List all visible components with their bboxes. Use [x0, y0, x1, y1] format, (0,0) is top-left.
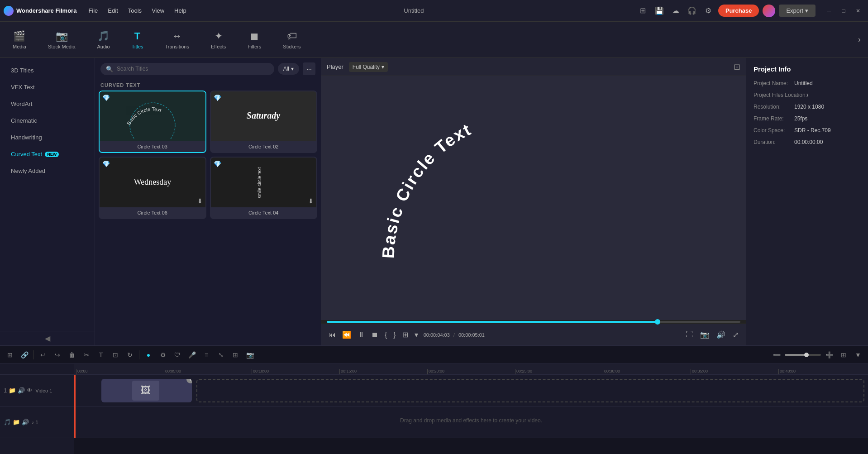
- download-icon[interactable]: ⬇: [308, 197, 314, 205]
- rotate-button[interactable]: ↻: [124, 349, 136, 361]
- audio-folder-icon[interactable]: 📁: [13, 419, 20, 425]
- add-clip-button[interactable]: +: [186, 379, 192, 383]
- tool-titles[interactable]: T Titles: [126, 28, 149, 52]
- camera-button[interactable]: 📷: [243, 349, 256, 361]
- tool-audio[interactable]: 🎵 Audio: [92, 28, 115, 52]
- menu-file[interactable]: File: [84, 5, 102, 16]
- quality-select[interactable]: Full Quality ▾: [349, 62, 388, 72]
- purchase-button[interactable]: Purchase: [718, 5, 759, 17]
- grid: 💎 Basic Circle Text Circle Text 03: [99, 91, 317, 219]
- menu-help[interactable]: Help: [170, 5, 191, 16]
- layout-icon[interactable]: ⊞: [637, 5, 649, 17]
- more-tools-icon[interactable]: ›: [858, 35, 861, 44]
- expand-button[interactable]: ▼: [852, 349, 864, 361]
- menu-tools[interactable]: Tools: [124, 5, 146, 16]
- add-track-button[interactable]: ⊞: [4, 349, 16, 361]
- step-back-button[interactable]: ⏪: [340, 330, 353, 340]
- track-eye-icon[interactable]: 👁: [27, 387, 33, 394]
- volume-button[interactable]: 🔊: [715, 330, 727, 340]
- fullscreen-button[interactable]: ⛶: [684, 330, 695, 340]
- drop-zone-video[interactable]: [196, 379, 864, 402]
- shield-button[interactable]: 🛡: [171, 349, 184, 361]
- pause-button[interactable]: ⏸: [356, 330, 367, 340]
- close-button[interactable]: ✕: [852, 5, 864, 17]
- skip-back-button[interactable]: ⏮: [327, 330, 338, 340]
- track-folder-icon[interactable]: 📁: [9, 387, 16, 394]
- zoom-bar[interactable]: [785, 354, 821, 356]
- snapshot-button[interactable]: 📷: [698, 330, 711, 340]
- tool-effects[interactable]: ✦ Effects: [205, 28, 231, 52]
- green-circle-button[interactable]: ●: [142, 349, 155, 361]
- cloud-icon[interactable]: ☁: [669, 5, 682, 17]
- search-input[interactable]: [117, 66, 269, 72]
- transform-button[interactable]: ⤡: [215, 349, 227, 361]
- tool-stock[interactable]: 📷 Stock Media: [43, 28, 81, 52]
- track-volume-icon[interactable]: 🔊: [18, 387, 25, 394]
- zoom-in-button[interactable]: ➕: [823, 349, 835, 361]
- favorite-icon[interactable]: 💎: [102, 94, 110, 101]
- tool-transitions[interactable]: ↔ Transitions: [160, 28, 195, 52]
- project-files-value: /: [807, 92, 808, 98]
- snap-button[interactable]: ⊞: [229, 349, 242, 361]
- minimize-button[interactable]: ─: [823, 5, 835, 17]
- maximize-button[interactable]: □: [837, 5, 850, 17]
- download-icon[interactable]: ⬇: [197, 197, 203, 205]
- cut-button[interactable]: ✂: [80, 349, 93, 361]
- stop-button[interactable]: ⏹: [369, 330, 380, 340]
- project-name-value: Untitled: [794, 80, 813, 86]
- mark-in-button[interactable]: ⊞: [401, 330, 410, 340]
- sidebar-item-vfx-text[interactable]: VFX Text: [4, 79, 91, 95]
- undo-button[interactable]: ↩: [37, 349, 49, 361]
- gear-button[interactable]: ⚙: [157, 349, 169, 361]
- headset-icon[interactable]: 🎧: [686, 5, 698, 17]
- bracket-right-button[interactable]: }: [391, 330, 397, 340]
- menu-edit[interactable]: Edit: [103, 5, 122, 16]
- mark-out-button[interactable]: ▾: [413, 330, 420, 340]
- favorite-icon[interactable]: 💎: [102, 160, 110, 167]
- more-options-button[interactable]: ···: [303, 62, 315, 75]
- fullscreen-icon[interactable]: ⊡: [734, 62, 740, 72]
- time-current: 00:00:04:03: [424, 332, 450, 338]
- user-avatar[interactable]: [763, 5, 775, 17]
- filter-button[interactable]: All ▾: [278, 63, 299, 75]
- audio-volume-icon[interactable]: 🔊: [22, 419, 29, 425]
- tool-media[interactable]: 🎬 Media: [7, 28, 32, 52]
- bracket-left-button[interactable]: {: [383, 330, 389, 340]
- list-button[interactable]: ≡: [200, 349, 213, 361]
- favorite-icon[interactable]: 💎: [214, 160, 221, 167]
- list-item[interactable]: 💎 Saturady Circle Text 02: [210, 91, 318, 153]
- list-item[interactable]: 💎 Basic Circle Text Circle Text 03: [99, 91, 206, 153]
- crop-button[interactable]: ⊡: [109, 349, 122, 361]
- save-icon[interactable]: 💾: [653, 5, 666, 17]
- ruler-mark: 00:00: [76, 369, 164, 374]
- list-item[interactable]: 💎 Wednesday ⬇ Circle Text 06: [99, 157, 206, 219]
- zoom-out-button[interactable]: ➖: [770, 349, 783, 361]
- list-item[interactable]: 💎 smile circle text ⬇ Circle T: [210, 157, 318, 219]
- link-button[interactable]: 🔗: [18, 349, 31, 361]
- sidebar-item-handwriting[interactable]: Handwriting: [4, 129, 91, 145]
- sidebar-item-newly-added[interactable]: Newly Added: [4, 163, 91, 179]
- sidebar-item-cinematic[interactable]: Cinematic: [4, 113, 91, 129]
- grid-view-button[interactable]: ⊞: [837, 349, 850, 361]
- sidebar-collapse-button[interactable]: ◀: [0, 331, 95, 345]
- tool-stickers[interactable]: 🏷 Stickers: [277, 28, 306, 52]
- text-button[interactable]: T: [95, 349, 107, 361]
- favorite-icon[interactable]: 💎: [214, 94, 221, 101]
- delete-button[interactable]: 🗑: [66, 349, 78, 361]
- item-label-circle-03: Circle Text 03: [100, 141, 205, 152]
- sidebar-item-3d-titles[interactable]: 3D Titles: [4, 62, 91, 78]
- redo-button[interactable]: ↪: [51, 349, 64, 361]
- tool-filters[interactable]: ◼ Filters: [242, 28, 267, 52]
- timeline-body: 1 📁 🔊 👁 Video 1 🎵 📁 🔊 ♪ 1: [0, 364, 868, 454]
- colorspace-label: Color Space:: [754, 127, 794, 134]
- menu-view[interactable]: View: [147, 5, 169, 16]
- mic-button[interactable]: 🎤: [186, 349, 198, 361]
- media-clip-video[interactable]: 🖼 +: [101, 379, 192, 402]
- settings-button[interactable]: ⤢: [731, 330, 740, 340]
- settings-icon[interactable]: ⚙: [702, 5, 715, 17]
- export-button[interactable]: Export ▾: [779, 5, 816, 17]
- progress-bar[interactable]: [327, 321, 740, 323]
- sidebar-item-curved-text[interactable]: Curved Text NEW: [4, 146, 91, 162]
- app-logo: Wondershare Filmora: [4, 6, 76, 16]
- sidebar-item-wordart[interactable]: WordArt: [4, 96, 91, 112]
